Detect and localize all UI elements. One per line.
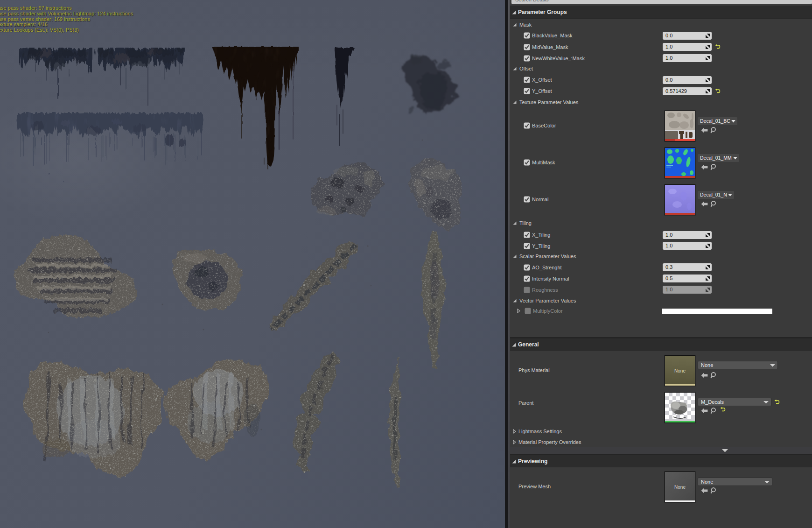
svg-text:None: None [674,368,686,373]
svg-text:None: None [674,485,686,490]
